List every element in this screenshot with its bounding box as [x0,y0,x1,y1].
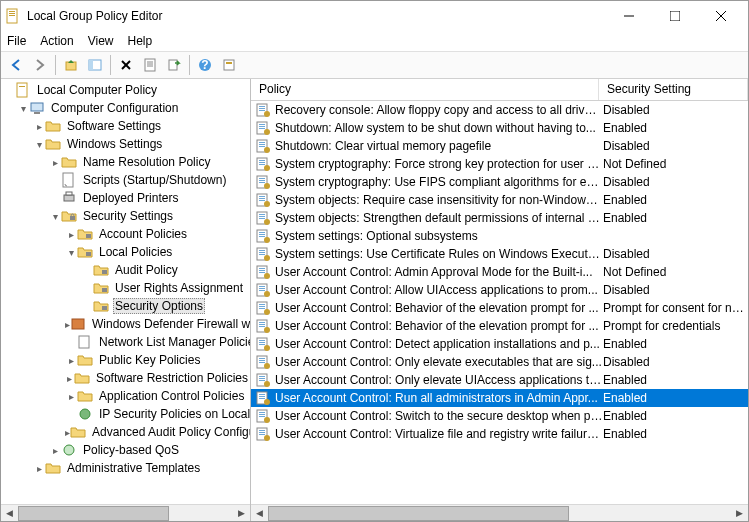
collapsed-icon[interactable]: ▸ [65,229,77,240]
maximize-button[interactable] [652,1,698,31]
tree-admin-templates[interactable]: ▸Administrative Templates [3,459,250,477]
tree-software-restriction[interactable]: ▸Software Restriction Policies [3,369,250,387]
collapsed-icon[interactable]: ▸ [49,157,61,168]
svg-rect-130 [259,430,265,431]
firewall-icon [70,316,86,332]
policy-row[interactable]: Shutdown: Clear virtual memory pagefileD… [251,137,748,155]
tree-app-control[interactable]: ▸Application Control Policies [3,387,250,405]
tree-user-rights[interactable]: User Rights Assignment [3,279,250,297]
policy-row[interactable]: System objects: Require case insensitivi… [251,191,748,209]
expanded-icon[interactable]: ▾ [33,139,45,150]
scroll-right-icon[interactable]: ▶ [233,505,250,522]
svg-rect-57 [259,164,265,165]
back-button[interactable] [5,54,27,76]
column-setting[interactable]: Security Setting [599,79,748,100]
svg-rect-35 [72,319,84,329]
policy-row[interactable]: System settings: Use Certificate Rules o… [251,245,748,263]
tree-windows-settings[interactable]: ▾Windows Settings [3,135,250,153]
svg-rect-51 [259,144,265,145]
policy-row[interactable]: User Account Control: Allow UIAccess app… [251,281,748,299]
policy-row[interactable]: Shutdown: Allow system to be shut down w… [251,119,748,137]
expanded-icon[interactable]: ▾ [65,247,77,258]
policy-setting: Disabled [603,175,744,189]
show-hide-tree-button[interactable] [84,54,106,76]
policy-row[interactable]: System objects: Strengthen default permi… [251,209,748,227]
tree-network-list[interactable]: Network List Manager Policies [3,333,250,351]
tree-windows-defender[interactable]: ▸Windows Defender Firewall with Advanced… [3,315,250,333]
policy-row[interactable]: Recovery console: Allow floppy copy and … [251,101,748,119]
policy-row[interactable]: User Account Control: Detect application… [251,335,748,353]
svg-rect-76 [259,234,265,235]
tree-label: Computer Configuration [49,101,180,115]
scroll-left-icon[interactable]: ◀ [251,505,268,522]
filter-button[interactable] [218,54,240,76]
menu-action[interactable]: Action [40,34,73,48]
help-button[interactable]: ? [194,54,216,76]
tree-scrollbar[interactable]: ◀ ▶ [1,504,250,521]
scroll-right-icon[interactable]: ▶ [731,505,748,522]
policy-row[interactable]: User Account Control: Only elevate UIAcc… [251,371,748,389]
policy-row[interactable]: User Account Control: Behavior of the el… [251,299,748,317]
menu-file[interactable]: File [7,34,26,48]
svg-rect-71 [259,216,265,217]
collapsed-icon[interactable]: ▸ [65,355,77,366]
menu-view[interactable]: View [88,34,114,48]
collapsed-icon[interactable]: ▸ [49,445,61,456]
collapsed-icon[interactable]: ▸ [33,463,45,474]
tree-advanced-audit[interactable]: ▸Advanced Audit Policy Configuration [3,423,250,441]
tree-public-key[interactable]: ▸Public Key Policies [3,351,250,369]
expanded-icon[interactable]: ▾ [49,211,61,222]
tree-computer-config[interactable]: ▾Computer Configuration [3,99,250,117]
close-button[interactable] [698,1,744,31]
policy-name: User Account Control: Virtualize file an… [275,427,603,441]
tree-security-settings[interactable]: ▾Security Settings [3,207,250,225]
expanded-icon[interactable]: ▾ [17,103,29,114]
tree-security-options[interactable]: Security Options [3,297,250,315]
policy-row[interactable]: User Account Control: Admin Approval Mod… [251,263,748,281]
export-button[interactable] [163,54,185,76]
tree-audit-policy[interactable]: Audit Policy [3,261,250,279]
collapsed-icon[interactable]: ▸ [65,373,74,384]
scroll-left-icon[interactable]: ◀ [1,505,18,522]
folder-icon [77,388,93,404]
forward-button[interactable] [29,54,51,76]
tree-label: Network List Manager Policies [97,335,250,349]
tree-label: User Rights Assignment [113,281,245,295]
svg-rect-10 [89,60,93,70]
policy-item-icon [255,282,271,298]
tree-root[interactable]: Local Computer Policy [3,81,250,99]
tree-label: Application Control Policies [97,389,246,403]
tree-scripts[interactable]: Scripts (Startup/Shutdown) [3,171,250,189]
list-scrollbar[interactable]: ◀ ▶ [251,504,748,521]
menu-help[interactable]: Help [128,34,153,48]
policy-row[interactable]: User Account Control: Run all administra… [251,389,748,407]
tree-account-policies[interactable]: ▸Account Policies [3,225,250,243]
policy-row[interactable]: System cryptography: Use FIPS compliant … [251,173,748,191]
collapsed-icon[interactable]: ▸ [33,121,45,132]
svg-rect-26 [63,173,73,187]
policy-row[interactable]: System cryptography: Force strong key pr… [251,155,748,173]
column-policy[interactable]: Policy [251,79,599,100]
svg-rect-52 [259,146,265,147]
tree-ip-security[interactable]: IP Security Policies on Local Computer [3,405,250,423]
policy-tree[interactable]: Local Computer Policy ▾Computer Configur… [3,81,250,477]
tree-policy-qos[interactable]: ▸Policy-based QoS [3,441,250,459]
policy-list[interactable]: Recovery console: Allow floppy copy and … [251,101,748,504]
tree-label: Security Options [113,298,205,314]
svg-rect-65 [259,196,265,197]
up-button[interactable] [60,54,82,76]
policy-row[interactable]: System settings: Optional subsystems [251,227,748,245]
policy-row[interactable]: User Account Control: Behavior of the el… [251,317,748,335]
collapsed-icon[interactable]: ▸ [65,391,77,402]
tree-local-policies[interactable]: ▾Local Policies [3,243,250,261]
lock-folder-icon [93,280,109,296]
tree-software-settings[interactable]: ▸Software Settings [3,117,250,135]
tree-deployed-printers[interactable]: Deployed Printers [3,189,250,207]
minimize-button[interactable] [606,1,652,31]
tree-name-resolution[interactable]: ▸Name Resolution Policy [3,153,250,171]
policy-row[interactable]: User Account Control: Switch to the secu… [251,407,748,425]
properties-button[interactable] [139,54,161,76]
policy-row[interactable]: User Account Control: Virtualize file an… [251,425,748,443]
policy-row[interactable]: User Account Control: Only elevate execu… [251,353,748,371]
delete-button[interactable] [115,54,137,76]
